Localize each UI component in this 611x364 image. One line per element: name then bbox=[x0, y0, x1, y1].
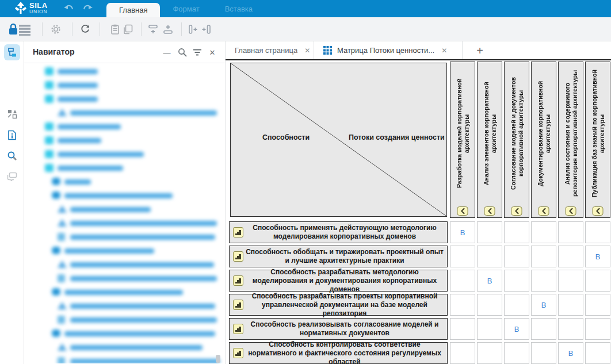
tree-item[interactable] bbox=[24, 163, 224, 174]
redo-icon[interactable] bbox=[82, 4, 93, 13]
navigator-scrollbar-thumb[interactable] bbox=[216, 355, 220, 363]
matrix-row-header[interactable]: Способность контролировать соответствие … bbox=[229, 342, 448, 364]
navigator-tree-icon[interactable] bbox=[4, 44, 20, 60]
tree-item[interactable] bbox=[24, 177, 224, 187]
insert-column-right-icon[interactable] bbox=[199, 22, 213, 36]
tree-item[interactable] bbox=[24, 288, 224, 298]
matrix-cell[interactable] bbox=[504, 294, 529, 316]
matrix-cell[interactable] bbox=[531, 342, 556, 364]
matrix-cell[interactable] bbox=[531, 221, 556, 243]
new-tab-button[interactable]: + bbox=[472, 43, 488, 59]
tree-item[interactable] bbox=[24, 301, 224, 312]
matrix-cell[interactable]: В bbox=[585, 246, 610, 267]
matrix-cell[interactable] bbox=[531, 270, 556, 292]
ribbon-tab-vstavka[interactable]: Вставка bbox=[212, 0, 265, 17]
tree-item[interactable] bbox=[24, 357, 224, 363]
matrix-column-header[interactable]: Документирование корпоративной архитекту… bbox=[531, 62, 556, 218]
filter-icon[interactable] bbox=[192, 47, 203, 58]
matrix-cell[interactable] bbox=[504, 270, 529, 292]
matrix-cell[interactable] bbox=[585, 342, 610, 364]
matrix-column-header[interactable]: Публикация баз знаний по корпоративной а… bbox=[585, 62, 610, 218]
matrix-cell[interactable]: В bbox=[450, 221, 475, 243]
tree-item[interactable] bbox=[24, 136, 224, 146]
tree-item[interactable] bbox=[24, 274, 224, 284]
matrix-cell[interactable] bbox=[585, 318, 610, 340]
tree-item[interactable] bbox=[24, 108, 224, 118]
lock-rows-icon[interactable] bbox=[7, 22, 32, 36]
insert-row-above-icon[interactable] bbox=[146, 22, 160, 36]
matrix-row-header[interactable]: Способность обобщать и тиражировать прое… bbox=[229, 246, 448, 267]
matrix-row-header[interactable]: Способность применять действующую методо… bbox=[229, 221, 448, 243]
matrix-cell[interactable]: В bbox=[477, 270, 502, 292]
tree-item[interactable] bbox=[24, 232, 224, 243]
matrix-column-header[interactable]: Согласование моделей и документов корпор… bbox=[504, 62, 529, 218]
minimize-icon[interactable]: — bbox=[161, 47, 173, 58]
settings-gear-icon[interactable] bbox=[49, 22, 63, 36]
tab-glavnaya-stranitsa[interactable]: Главная страница ✕ bbox=[228, 41, 314, 59]
matrix-cell[interactable] bbox=[585, 270, 610, 292]
matrix-cell[interactable] bbox=[531, 318, 556, 340]
tree-item[interactable] bbox=[24, 94, 224, 105]
tree-item[interactable] bbox=[24, 150, 224, 160]
matrix-cell[interactable] bbox=[450, 294, 475, 316]
matrix-cell[interactable] bbox=[477, 342, 502, 364]
close-icon[interactable]: ✕ bbox=[207, 47, 218, 58]
ribbon-tab-format[interactable]: Формат bbox=[160, 0, 212, 17]
matrix-cell[interactable] bbox=[450, 342, 475, 364]
matrix-cell[interactable] bbox=[558, 270, 583, 292]
matrix-cell[interactable] bbox=[477, 294, 502, 316]
matrix-cell[interactable]: В bbox=[558, 342, 583, 364]
matrix-cell[interactable] bbox=[504, 246, 529, 267]
refresh-icon[interactable] bbox=[78, 22, 92, 36]
matrix-cell[interactable] bbox=[450, 270, 475, 292]
tree-item[interactable] bbox=[24, 122, 224, 132]
matrix-cell[interactable] bbox=[504, 342, 529, 364]
copy-icon[interactable] bbox=[121, 22, 135, 36]
insert-row-below-icon[interactable] bbox=[161, 22, 175, 36]
matrix-cell[interactable] bbox=[558, 294, 583, 316]
matrix-cell[interactable] bbox=[558, 318, 583, 340]
matrix-cell[interactable] bbox=[477, 221, 502, 243]
matrix-cell[interactable]: В bbox=[531, 294, 556, 316]
tree-item[interactable] bbox=[24, 315, 224, 325]
insert-column-left-icon[interactable] bbox=[186, 22, 200, 36]
matrix-cell[interactable] bbox=[504, 221, 529, 243]
matrix-row-header[interactable]: Способность разрабатывать методологию мо… bbox=[229, 270, 448, 292]
matrix-row-header[interactable]: Способность реализовывать согласование м… bbox=[229, 318, 448, 340]
ribbon-tab-glavnaya[interactable]: Главная bbox=[106, 3, 160, 17]
tree-item[interactable] bbox=[24, 329, 224, 339]
tree-item[interactable] bbox=[24, 205, 224, 215]
tree-item[interactable] bbox=[24, 67, 224, 77]
matrix-corner-cell[interactable]: Способности Потоки создания ценности bbox=[230, 63, 447, 217]
tree-item[interactable] bbox=[24, 191, 224, 201]
matrix-column-header[interactable]: Анализ состояния и содержимого репозитор… bbox=[558, 62, 583, 218]
tree-item[interactable] bbox=[24, 246, 224, 256]
matrix-cell[interactable] bbox=[477, 246, 502, 267]
tab-close-icon[interactable]: ✕ bbox=[441, 47, 447, 55]
matrix-row-header[interactable]: Способность разрабатывать проекты корпор… bbox=[229, 294, 448, 316]
matrix-cell[interactable] bbox=[450, 246, 475, 267]
tree-item[interactable] bbox=[24, 343, 224, 353]
matrix-column-header[interactable]: Анализ элементов корпоративной архитекту… bbox=[477, 62, 502, 218]
matrix-cell[interactable] bbox=[477, 318, 502, 340]
matrix-cell[interactable]: В bbox=[504, 318, 529, 340]
search-icon[interactable] bbox=[177, 47, 188, 58]
matrix-cell[interactable] bbox=[558, 246, 583, 267]
matrix-cell[interactable] bbox=[585, 221, 610, 243]
matrix-cell[interactable] bbox=[531, 246, 556, 267]
matrix-cell[interactable] bbox=[585, 294, 610, 316]
matrix-column-header[interactable]: Разработка моделей корпоративной архитек… bbox=[450, 62, 475, 218]
tree-item[interactable] bbox=[24, 260, 224, 270]
tree-item[interactable] bbox=[24, 81, 224, 91]
undo-icon[interactable] bbox=[63, 4, 75, 13]
tab-close-icon[interactable]: ✕ bbox=[304, 47, 310, 55]
paste-clipboard-icon[interactable] bbox=[108, 22, 122, 36]
shapes-palette-icon[interactable] bbox=[4, 106, 20, 122]
document-info-icon[interactable] bbox=[4, 127, 20, 143]
matrix-cell[interactable] bbox=[450, 318, 475, 340]
tree-item[interactable] bbox=[24, 219, 224, 229]
comments-icon[interactable] bbox=[4, 168, 20, 185]
matrix-cell[interactable] bbox=[558, 221, 583, 243]
tab-matrix-potoki[interactable]: Матрица Потоки ценности... ✕ bbox=[315, 41, 463, 59]
search-model-icon[interactable] bbox=[4, 148, 20, 164]
